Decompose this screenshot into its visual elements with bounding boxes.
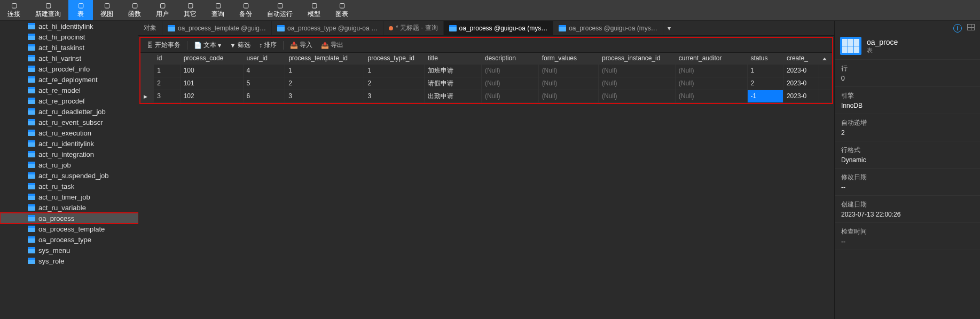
cell-create_[interactable]: 2023-0 [783,90,819,102]
cell-id[interactable]: 2 [154,77,180,90]
tree-item-act_hi_procinst[interactable]: act_hi_procinst [0,31,138,42]
cell-title[interactable]: 请假申请 [425,77,482,90]
column-process_template_id[interactable]: process_template_id [285,53,364,64]
column-description[interactable]: description [481,53,538,64]
tree-item-sys_menu[interactable]: sys_menu [0,245,138,256]
cell-process_instance_id[interactable]: (Null) [598,64,675,77]
cell-user_id[interactable]: 5 [243,77,285,90]
tree-item-act_hi_taskinst[interactable]: act_hi_taskinst [0,42,138,53]
cell-status[interactable]: 1 [747,64,783,77]
tree-item-act_ru_variable[interactable]: act_ru_variable [0,202,138,213]
tree-item-act_ru_suspended_job[interactable]: act_ru_suspended_job [0,170,138,181]
tree-item-act_re_model[interactable]: act_re_model [0,85,138,95]
tree-item-sys_role[interactable]: sys_role [0,256,138,266]
column-process_instance_id[interactable]: process_instance_id [598,53,675,64]
cell-user_id[interactable]: 4 [243,64,285,77]
tree-item-act_ru_job[interactable]: act_ru_job [0,160,138,170]
export-button[interactable]: 📤 导出 [319,39,346,51]
cell-title[interactable]: 出勤申请 [425,90,482,102]
toolbar-模型[interactable]: ▢模型 [300,0,328,20]
cell-title[interactable]: 加班申请 [425,64,482,77]
toolbar-查询[interactable]: ▢查询 [204,0,232,20]
cell-process_template_id[interactable]: 2 [285,77,364,90]
table-row[interactable]: 2101522请假申请(Null)(Null)(Null)(Null)22023… [140,77,832,90]
toolbar-视图[interactable]: ▢视图 [93,0,121,20]
toolbar-新建查询[interactable]: ▢新建查询 [28,0,68,20]
tree-item-oa_process_type[interactable]: oa_process_type [0,234,138,245]
cell-current_auditor[interactable]: (Null) [675,90,747,102]
tab[interactable]: oa_process @guigu-oa (mys… [444,21,554,35]
cell-process_code[interactable]: 101 [180,77,243,90]
table-row[interactable]: 1100411加班申请(Null)(Null)(Null)(Null)12023… [140,64,832,77]
tabs-dropdown[interactable]: ▾ [663,21,675,35]
cell-description[interactable]: (Null) [481,64,538,77]
toolbar-连接[interactable]: ▢连接 [0,0,28,20]
toolbar-其它[interactable]: ▢其它 [176,0,204,20]
tree-item-act_procdef_info[interactable]: act_procdef_info [0,63,138,74]
column-status[interactable]: status [747,53,783,64]
import-button[interactable]: 📥 导入 [288,39,315,51]
column-id[interactable]: id [154,53,180,64]
cell-description[interactable]: (Null) [481,77,538,90]
cell-status[interactable]: -1 [747,90,783,102]
cell-process_template_id[interactable]: 3 [285,90,364,102]
toolbar-函数[interactable]: ▢函数 [121,0,148,20]
cell-process_template_id[interactable]: 1 [285,64,364,77]
cell-user_id[interactable]: 6 [243,90,285,102]
column-create_[interactable]: create_ [783,53,819,64]
cell-id[interactable]: 1 [154,64,180,77]
cell-status[interactable]: 2 [747,77,783,90]
tree-item-act_re_deployment[interactable]: act_re_deployment [0,74,138,85]
cell-process_instance_id[interactable]: (Null) [598,77,675,90]
cell-current_auditor[interactable]: (Null) [675,77,747,90]
begin-transaction-button[interactable]: 🗄 开始事务 [145,39,183,51]
tree-item-act_hi_identitylink[interactable]: act_hi_identitylink [0,21,138,31]
cell-process_type_id[interactable]: 3 [364,90,425,102]
tab[interactable]: * 无标题 - 查询 [383,21,444,35]
tree-item-act_ru_identitylink[interactable]: act_ru_identitylink [0,138,138,149]
cell-process_instance_id[interactable]: (Null) [598,90,675,102]
cell-form_values[interactable]: (Null) [538,64,598,77]
cell-create_[interactable]: 2023-0 [783,77,819,90]
tree-item-act_ru_event_subscr[interactable]: act_ru_event_subscr [0,117,138,127]
tree-item-oa_process_template[interactable]: oa_process_template [0,224,138,234]
cell-process_type_id[interactable]: 1 [364,64,425,77]
info-icon[interactable]: i [953,24,962,33]
text-button[interactable]: 📄 文本 ▾ [192,39,223,51]
cell-process_code[interactable]: 102 [180,90,243,102]
toolbar-自动运行[interactable]: ▢自动运行 [260,0,300,20]
column-user_id[interactable]: user_id [243,53,285,64]
cell-process_type_id[interactable]: 2 [364,77,425,90]
tree-item-act_ru_deadletter_job[interactable]: act_ru_deadletter_job [0,106,138,117]
data-grid[interactable]: idprocess_codeuser_idprocess_template_id… [140,53,832,103]
column-form_values[interactable]: form_values [538,53,598,64]
tree-item-act_ru_timer_job[interactable]: act_ru_timer_job [0,192,138,202]
cell-current_auditor[interactable]: (Null) [675,64,747,77]
column-process_code[interactable]: process_code [180,53,243,64]
column-current_auditor[interactable]: current_auditor [675,53,747,64]
toolbar-表[interactable]: ▢表 [68,0,93,20]
tree-item-act_hi_varinst[interactable]: act_hi_varinst [0,53,138,63]
scroll-up-icon[interactable] [822,58,827,60]
toolbar-用户[interactable]: ▢用户 [148,0,176,20]
cell-process_code[interactable]: 100 [180,64,243,77]
tab[interactable]: 对象 [138,21,162,35]
column-title[interactable]: title [425,53,482,64]
column-process_type_id[interactable]: process_type_id [364,53,425,64]
cell-description[interactable]: (Null) [481,90,538,102]
toolbar-备份[interactable]: ▢备份 [232,0,260,20]
filter-button[interactable]: ▼ 筛选 [228,39,253,51]
toolbar-图表[interactable]: ▢图表 [328,0,356,20]
tab[interactable]: oa_process @guigu-oa (mys… [553,21,663,35]
table-row[interactable]: 3102633出勤申请(Null)(Null)(Null)(Null)-1202… [140,90,832,102]
cell-id[interactable]: 3 [154,90,180,102]
cell-form_values[interactable]: (Null) [538,77,598,90]
tree-item-act_ru_execution[interactable]: act_ru_execution [0,127,138,138]
tree-item-act_ru_task[interactable]: act_ru_task [0,181,138,192]
grid-icon[interactable] [967,24,975,30]
tab[interactable]: oa_process_type @guigu-oa … [272,21,383,35]
cell-form_values[interactable]: (Null) [538,90,598,102]
tree-item-act_ru_integration[interactable]: act_ru_integration [0,149,138,160]
tree-item-act_re_procdef[interactable]: act_re_procdef [0,95,138,106]
sort-button[interactable]: ↕ 排序 [257,39,279,51]
